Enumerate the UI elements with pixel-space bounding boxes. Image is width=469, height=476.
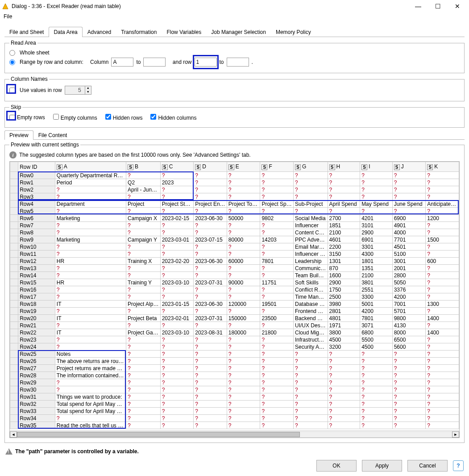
table-row[interactable]: Row17??????Time Manag...250033004200? (10, 293, 459, 301)
tab-data-area[interactable]: Data Area (49, 27, 82, 37)
table-row[interactable]: Row24??????Security Audit320045005600? (10, 343, 459, 351)
period: . (252, 59, 253, 65)
tab-advanced[interactable]: Advanced (83, 27, 116, 37)
preview-table[interactable]: Row IDSASBSCSDSESFSGSHSISJSK Row0Quarter… (10, 162, 459, 429)
column-label: Column (90, 59, 108, 65)
minimize-button[interactable]: — (408, 0, 428, 13)
warning-row: The "path" parameter is controlled by a … (0, 446, 469, 457)
checkbox-empty-rows[interactable] (9, 115, 15, 121)
col-J[interactable]: SJ (392, 162, 426, 172)
table-row[interactable]: Row6MarketingCampaign X2023-02-152023-06… (10, 215, 459, 222)
table-row[interactable]: Row23??????Infrastructure450055006500? (10, 336, 459, 343)
subtab-file-content[interactable]: File Content (33, 130, 72, 140)
table-row[interactable]: Row35Read the cells that tell us the...?… (10, 422, 459, 429)
menubar: File (0, 13, 469, 22)
radio-range[interactable] (9, 59, 15, 65)
table-row[interactable]: Row5??????????? (10, 208, 459, 215)
row-to-input[interactable] (227, 58, 249, 67)
horizontal-scrollbar[interactable]: ◄ ► (10, 430, 459, 438)
table-row[interactable]: Row25Notes?????????? (10, 351, 459, 358)
tab-file-and-sheet[interactable]: File and Sheet (4, 27, 49, 37)
read-area-group: Read Area Whole sheet Range by row and c… (4, 40, 465, 73)
empty-rows-label: Empty rows (17, 114, 45, 121)
table-row[interactable]: Row26The above returns are round...?????… (10, 358, 459, 365)
table-row[interactable]: Row15HRTraining Y2023-03-102023-07-31900… (10, 279, 459, 286)
col-E[interactable]: SE (227, 162, 260, 172)
tab-job-manager[interactable]: Job Manager Selection (206, 27, 271, 37)
col-I[interactable]: SI (360, 162, 393, 172)
close-button[interactable]: ✕ (448, 0, 467, 13)
table-row[interactable]: Row7??????Influencer185131014901? (10, 222, 459, 229)
preview-table-wrap: Row IDSASBSCSDSESFSGSHSISJSK Row0Quarter… (9, 161, 460, 438)
table-row[interactable]: Row32Total spend for April May and...???… (10, 401, 459, 408)
table-row[interactable]: Row22ITProject Gamma2023-03-102023-08-31… (10, 329, 459, 336)
table-row[interactable]: Row13??????Communication87013512001? (10, 265, 459, 272)
tab-flow-variables[interactable]: Flow Variables (162, 27, 206, 37)
col-H[interactable]: SH (328, 162, 360, 172)
help-button[interactable]: ? (453, 460, 464, 471)
checkbox-use-values[interactable] (9, 88, 15, 93)
menu-file[interactable]: File (4, 13, 12, 20)
checkbox-hidden-rows[interactable] (105, 114, 111, 120)
maximize-button[interactable]: ☐ (428, 0, 448, 13)
table-row[interactable]: Row30??????????? (10, 386, 459, 393)
table-row[interactable]: Row2?April - June ...????????? (10, 186, 459, 193)
checkbox-hidden-cols[interactable] (150, 114, 156, 120)
table-row[interactable]: Row3??????????? (10, 193, 459, 200)
table-row[interactable]: Row0Quarterly Departmental Return???????… (10, 172, 459, 179)
column-from-input[interactable] (111, 58, 133, 67)
table-row[interactable]: Row34??????????? (10, 415, 459, 422)
table-row[interactable]: Row1PeriodQ22023???????? (10, 179, 459, 186)
table-row[interactable]: Row8??????Content Cre...210029004000? (10, 229, 459, 236)
row-number-spinner[interactable]: ▲▼ (65, 86, 91, 95)
col-D[interactable]: SD (194, 162, 227, 172)
col-G[interactable]: SG (293, 162, 328, 172)
skip-legend: Skip (9, 104, 22, 110)
table-row[interactable]: Row27Project returns are made on t...???… (10, 365, 459, 372)
tab-memory-policy[interactable]: Memory Policy (271, 27, 316, 37)
col-C[interactable]: SC (160, 162, 194, 172)
subtab-preview[interactable]: Preview (4, 130, 33, 140)
table-row[interactable]: Row10??????Email Market...220033014501? (10, 243, 459, 251)
row-number-value (65, 87, 83, 93)
apply-button[interactable]: Apply (362, 460, 402, 472)
scroll-left[interactable]: ◄ (10, 431, 17, 438)
spinner-up[interactable]: ▲ (85, 86, 91, 90)
cancel-button[interactable]: Cancel (407, 460, 448, 472)
table-row[interactable]: Row20ITProject Beta2023-02-012023-07-311… (10, 315, 459, 322)
warning-icon (5, 448, 12, 455)
radio-range-label: Range by row and column: (20, 59, 83, 65)
table-row[interactable]: Row33Total spend for April May and...???… (10, 408, 459, 415)
table-row[interactable]: Row4DepartmentProjectProject Star...Proj… (10, 200, 459, 208)
col-F[interactable]: SF (260, 162, 294, 172)
radio-whole-sheet[interactable] (9, 50, 15, 56)
button-bar: OK Apply Cancel ? (316, 460, 464, 472)
column-names-group: Column Names Use values in row ▲▼ (4, 76, 465, 101)
col-rowid[interactable]: Row ID (18, 162, 55, 172)
table-row[interactable]: Row28The information contained in ...???… (10, 372, 459, 379)
table-row[interactable]: Row29??????????? (10, 379, 459, 386)
col-B[interactable]: SB (126, 162, 161, 172)
checkbox-empty-cols[interactable] (53, 114, 59, 120)
table-row[interactable]: Row14??????Team Building160021002800? (10, 272, 459, 279)
col-K[interactable]: SK (426, 162, 459, 172)
warning-text: The "path" parameter is controlled by a … (15, 448, 139, 455)
column-to-input[interactable] (143, 58, 166, 67)
col-A[interactable]: SA (55, 162, 126, 172)
table-row[interactable]: Row16??????Conflict Res...175025513376? (10, 286, 459, 293)
table-row[interactable]: Row9MarketingCampaign Y2023-03-012023-07… (10, 236, 459, 243)
col-rownum[interactable] (10, 162, 18, 172)
table-row[interactable]: Row21??????UI/UX Design197130714130? (10, 322, 459, 329)
scroll-right[interactable]: ► (452, 431, 459, 438)
table-row[interactable]: Row19??????Frontend Dev280142005701? (10, 308, 459, 315)
spinner-down[interactable]: ▼ (85, 90, 91, 94)
table-row[interactable]: Row31Things we want to produce:?????????… (10, 393, 459, 401)
table-row[interactable]: Row11??????Influencer C...315043005100? (10, 251, 459, 258)
row-from-input[interactable] (195, 58, 217, 67)
table-row[interactable]: Row12HRTraining X2023-02-202023-06-30600… (10, 258, 459, 265)
table-row[interactable]: Row18ITProject Alpha2023-01-152023-06-30… (10, 301, 459, 308)
tab-transformation[interactable]: Transformation (116, 27, 162, 37)
empty-cols-label: Empty columns (61, 115, 97, 121)
ok-button[interactable]: OK (316, 460, 357, 472)
scroll-thumb[interactable] (17, 432, 300, 437)
